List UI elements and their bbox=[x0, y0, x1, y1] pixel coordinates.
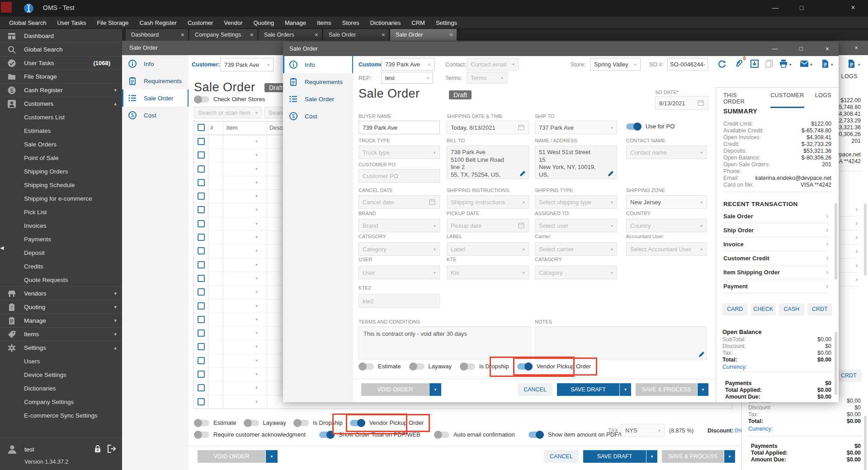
row-checkbox[interactable] bbox=[198, 151, 205, 159]
field-ship-to[interactable]: 737 Park Ave▾ bbox=[535, 121, 617, 134]
menu-item-items[interactable]: Items bbox=[311, 17, 337, 29]
cancel-button[interactable]: CANCEL bbox=[518, 383, 552, 396]
row-dropdown-icon[interactable]: ▾ bbox=[255, 180, 258, 185]
maximize-button[interactable]: □ bbox=[791, 0, 812, 15]
row-checkbox[interactable] bbox=[198, 384, 205, 391]
lock-icon[interactable] bbox=[93, 444, 102, 453]
modal-toggle-estimate[interactable]: Estimate bbox=[359, 363, 401, 370]
row-dropdown-icon[interactable]: ▾ bbox=[255, 317, 258, 322]
row-checkbox[interactable] bbox=[198, 179, 205, 186]
tab-company-settings-1[interactable]: Company Settings× bbox=[189, 29, 257, 41]
row-checkbox[interactable] bbox=[198, 302, 205, 310]
edit-ship-address-icon[interactable] bbox=[607, 170, 614, 177]
toggle-off-icon[interactable] bbox=[293, 420, 309, 426]
panel-tab-this-order[interactable]: THIS ORDER bbox=[723, 92, 760, 108]
field-country[interactable]: Country▾ bbox=[626, 219, 707, 232]
sidebar-item-users[interactable]: Users bbox=[0, 354, 122, 368]
row-checkbox[interactable] bbox=[198, 329, 205, 337]
row-checkbox[interactable] bbox=[198, 398, 205, 405]
menu-item-vendor[interactable]: Vendor bbox=[218, 17, 248, 29]
email-dropdown-icon[interactable]: ▾ bbox=[810, 62, 812, 67]
bg-cancel-button[interactable]: CANCEL bbox=[544, 450, 579, 463]
scrollbar-thumb[interactable] bbox=[835, 203, 837, 280]
scrollbar-thumb[interactable] bbox=[835, 332, 837, 395]
toggle-off-icon[interactable] bbox=[194, 420, 209, 426]
bg-void-order-button[interactable]: VOID ORDER bbox=[198, 450, 265, 463]
row-checkbox[interactable] bbox=[198, 371, 205, 378]
attachment-icon[interactable] bbox=[734, 59, 744, 69]
field-brand[interactable]: Brand▾ bbox=[359, 219, 440, 232]
sidebar-item-dictionaries[interactable]: Dictionaries bbox=[0, 381, 122, 395]
row-dropdown-icon[interactable]: ▾ bbox=[255, 139, 258, 144]
tab-sale-orders-2[interactable]: Sale Orders× bbox=[259, 29, 322, 41]
recent-item-invoice[interactable]: Invoice› bbox=[723, 237, 829, 251]
pay-button-cash[interactable]: CASH bbox=[779, 303, 804, 315]
field-label[interactable]: Label▾ bbox=[447, 242, 529, 256]
store-select[interactable]: Spring Valley▾ bbox=[590, 58, 641, 70]
pay-button-crdt[interactable]: CRDT bbox=[807, 303, 833, 315]
panel-tab-logs[interactable]: LOGS bbox=[815, 92, 831, 108]
modal-maximize-icon[interactable]: □ bbox=[792, 42, 810, 56]
field-shipping-zone[interactable]: New Jersey▾ bbox=[626, 195, 707, 209]
sidebar-item-vendors[interactable]: Vendors▾ bbox=[0, 287, 122, 300]
sidebar-item-shipping-schedule[interactable]: Shipping Schedule bbox=[0, 178, 122, 192]
bg-nav-info[interactable]: Info bbox=[122, 55, 189, 72]
recent-item-item-shipping-order[interactable]: Item Shipping Order› bbox=[723, 265, 829, 279]
so-number-input[interactable]: SO-0046244-D bbox=[667, 58, 708, 70]
ship-to-address[interactable]: 51 West 51st Street15New York, NY, 10019… bbox=[535, 146, 617, 179]
row-dropdown-icon[interactable]: ▾ bbox=[255, 221, 258, 226]
menu-item-cash-register[interactable]: Cash Register bbox=[134, 17, 182, 29]
scrollbar-thumb[interactable] bbox=[864, 416, 867, 470]
field-catagory[interactable]: Catagory▾ bbox=[535, 266, 617, 279]
toggle-off-icon[interactable] bbox=[194, 432, 209, 438]
terms-select[interactable]: Terms▾ bbox=[467, 72, 507, 84]
row-dropdown-icon[interactable]: ▾ bbox=[255, 276, 258, 281]
bg-toggle-auto-email-confirmation[interactable]: Auto email confirmation bbox=[434, 431, 515, 438]
sidebar-item-company-settings[interactable]: Company Settings bbox=[0, 395, 122, 409]
field-pickup-date[interactable]: Pickup date bbox=[447, 219, 529, 232]
toggle-on-icon[interactable] bbox=[626, 123, 642, 130]
tab-close-icon[interactable]: × bbox=[315, 31, 318, 38]
currency-link[interactable]: Currency: bbox=[722, 364, 747, 370]
contact-select[interactable]: Contact email▾ bbox=[467, 58, 519, 70]
sidebar-item-quote-requests[interactable]: Quote Requests bbox=[0, 273, 122, 287]
sidebar-item-invoices[interactable]: Invoices bbox=[0, 219, 122, 232]
copy-icon[interactable] bbox=[764, 59, 774, 69]
sidebar-item-shipping-for-e-commerce[interactable]: Shipping for e-commerce bbox=[0, 192, 122, 205]
field-buyer-name[interactable]: 739 Park Ave bbox=[359, 121, 440, 134]
sidebar-item-device-settings[interactable]: Device Settings bbox=[0, 368, 122, 381]
minimize-button[interactable]: — bbox=[765, 0, 786, 15]
row-dropdown-icon[interactable]: ▾ bbox=[255, 385, 258, 390]
menu-item-quoting[interactable]: Quoting bbox=[248, 17, 279, 29]
row-checkbox[interactable] bbox=[198, 261, 205, 268]
modal-nav-sale-order[interactable]: Sale Order bbox=[283, 90, 353, 108]
menu-item-customer[interactable]: Customer bbox=[182, 17, 218, 29]
field-customer-po[interactable]: Customer PO bbox=[359, 169, 440, 183]
menu-item-crm[interactable]: CRM bbox=[406, 17, 430, 29]
bg-customer-select[interactable]: 739 Park Ave▾ bbox=[220, 58, 274, 71]
row-dropdown-icon[interactable]: ▾ bbox=[255, 193, 258, 198]
panel-tab-customer[interactable]: CUSTOMER bbox=[770, 92, 804, 108]
row-dropdown-icon[interactable]: ▾ bbox=[255, 344, 258, 349]
check-other-stores-toggle[interactable]: Check Other Stores bbox=[194, 96, 265, 103]
close-button[interactable]: × bbox=[843, 0, 863, 15]
bg-save-process-dropdown[interactable]: ▾ bbox=[724, 450, 735, 463]
modal-toggle-layaway[interactable]: Layaway bbox=[409, 363, 452, 370]
sidebar-item-settings[interactable]: Settings▴ bbox=[0, 341, 122, 354]
recent-item-customer-credit[interactable]: Customer Credit› bbox=[723, 251, 829, 265]
toggle-off-icon[interactable] bbox=[460, 363, 475, 370]
chevron-down-icon[interactable]: ▾ bbox=[858, 62, 860, 67]
tab-dashboard-0[interactable]: Dashboard× bbox=[126, 29, 188, 41]
row-dropdown-icon[interactable]: ▾ bbox=[255, 358, 258, 363]
tab-close-icon[interactable]: × bbox=[250, 31, 254, 38]
modal-nav-info[interactable]: Info bbox=[283, 56, 353, 73]
field-cancel-date[interactable]: Cancel date bbox=[359, 195, 440, 209]
modal-minimize-icon[interactable]: — bbox=[766, 42, 784, 56]
row-checkbox[interactable] bbox=[198, 193, 205, 200]
recent-item-payment[interactable]: Payment› bbox=[723, 279, 829, 293]
currency-link[interactable]: Currency: bbox=[748, 426, 773, 432]
menu-item-user-tasks[interactable]: User Tasks bbox=[52, 17, 91, 29]
sidebar-item-manage[interactable]: Manage▾ bbox=[0, 314, 122, 327]
notes-textarea[interactable] bbox=[535, 326, 707, 359]
toggle-off-icon[interactable] bbox=[434, 432, 449, 438]
